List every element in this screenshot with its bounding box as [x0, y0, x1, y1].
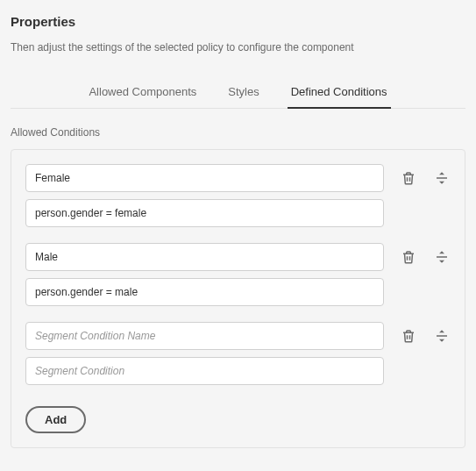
condition-row [25, 322, 451, 385]
reorder-icon[interactable] [433, 327, 451, 345]
condition-inputs [25, 164, 384, 227]
row-actions [400, 243, 451, 266]
condition-name-input[interactable] [25, 243, 384, 271]
tab-styles[interactable]: Styles [224, 78, 262, 109]
condition-expression-input[interactable] [25, 357, 384, 385]
condition-expression-input[interactable] [25, 278, 384, 306]
page-title: Properties [11, 14, 465, 29]
condition-inputs [25, 243, 384, 306]
delete-icon[interactable] [400, 169, 417, 187]
tabs: Allowed Components Styles Defined Condit… [11, 78, 465, 109]
reorder-icon[interactable] [433, 248, 451, 266]
row-actions [400, 164, 451, 187]
tab-allowed-components[interactable]: Allowed Components [85, 78, 200, 109]
condition-name-input[interactable] [25, 322, 384, 350]
condition-row [25, 164, 451, 227]
condition-expression-input[interactable] [25, 199, 384, 227]
delete-icon[interactable] [400, 327, 417, 345]
condition-row [25, 243, 451, 306]
reorder-icon[interactable] [433, 169, 451, 187]
add-button[interactable]: Add [25, 406, 86, 433]
tab-defined-conditions[interactable]: Defined Conditions [288, 78, 391, 109]
condition-inputs [25, 322, 384, 385]
section-label-allowed-conditions: Allowed Conditions [11, 126, 465, 139]
delete-icon[interactable] [400, 248, 417, 266]
condition-name-input[interactable] [25, 164, 384, 192]
page-subtitle: Then adjust the settings of the selected… [11, 41, 465, 54]
row-actions [400, 322, 451, 345]
conditions-panel: Add [11, 149, 465, 448]
